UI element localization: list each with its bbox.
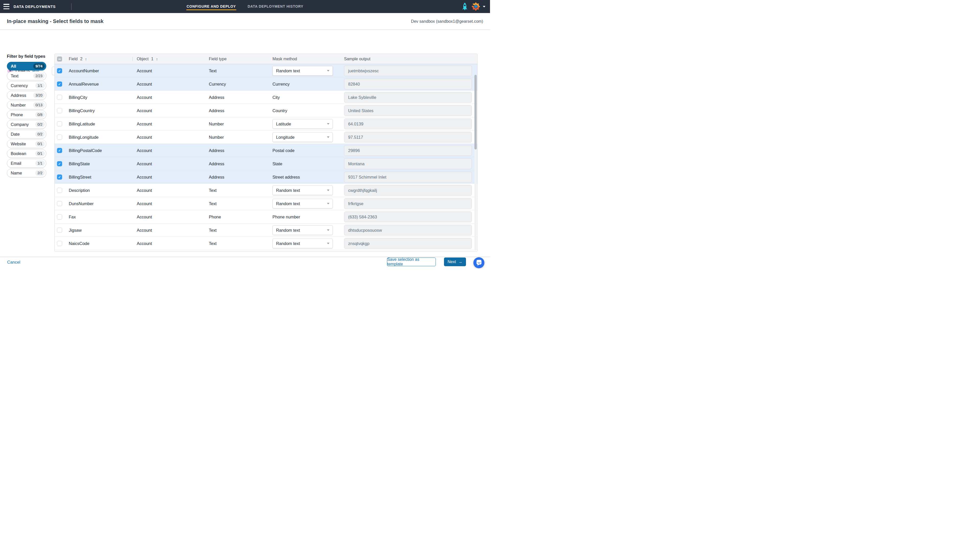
sort-order-badge: 1 — [151, 57, 153, 61]
filter-pill-address[interactable]: Address 3/20 — [7, 91, 46, 100]
mask-method-select[interactable]: Random text — [272, 186, 333, 195]
filter-pill-boolean[interactable]: Boolean 0/1 — [7, 149, 46, 158]
next-button[interactable]: Next → — [444, 257, 466, 266]
table-row[interactable]: NaicsCode Account Text Random text — [55, 237, 477, 250]
row-checkbox[interactable] — [57, 241, 62, 246]
filter-pill-date[interactable]: Date 0/2 — [7, 130, 46, 138]
chat-icon — [476, 259, 482, 266]
mask-method-label: Phone number — [272, 210, 300, 224]
chat-widget-button[interactable] — [473, 257, 484, 268]
tab-data-deployment-history[interactable]: DATA DEPLOYMENT HISTORY — [248, 0, 304, 13]
row-checkbox[interactable]: ✓ — [57, 161, 62, 166]
row-checkbox[interactable] — [57, 135, 62, 140]
mask-method-select[interactable]: Longitude — [272, 132, 333, 142]
rocket-icon[interactable] — [462, 3, 468, 11]
col-header-object[interactable]: Object — [137, 57, 148, 61]
table-row[interactable]: Fax Account Phone Phone number — [55, 210, 477, 224]
filter-count-badge: 0/2 — [35, 131, 45, 137]
object-name: Account — [137, 224, 152, 237]
sample-output-input — [344, 79, 472, 89]
arrow-right-icon: → — [458, 259, 462, 264]
row-checkbox[interactable]: ✓ — [57, 175, 62, 180]
row-checkbox[interactable] — [57, 188, 62, 193]
object-name: Account — [137, 91, 152, 104]
field-name: BillingStreet — [69, 170, 91, 184]
table-row[interactable]: Description Account Text Random text — [55, 184, 477, 197]
select-all-checkbox[interactable] — [57, 56, 62, 62]
tab-configure-and-deploy[interactable]: CONFIGURE AND DEPLOY — [186, 0, 236, 13]
filter-pill-phone[interactable]: Phone 0/8 — [7, 110, 46, 119]
field-type: Phone — [209, 210, 221, 224]
check-icon: ✓ — [58, 175, 61, 179]
row-checkbox[interactable] — [57, 108, 62, 113]
filter-count-badge: 3/20 — [33, 92, 45, 98]
sample-output-input — [344, 92, 472, 103]
mask-method-select[interactable]: Latitude — [272, 119, 333, 129]
row-checkbox[interactable] — [57, 121, 62, 127]
field-name: DunsNumber — [69, 197, 94, 210]
table-row[interactable]: BillingLatitude Account Number Latitude — [55, 117, 477, 130]
field-name: BillingCity — [69, 91, 87, 104]
app-title: DATA DEPLOYMENTS — [14, 0, 56, 13]
filter-pill-company[interactable]: Company 0/2 — [7, 120, 46, 129]
mask-method-select[interactable]: Random text — [272, 199, 333, 208]
field-name: NaicsCode — [69, 237, 89, 250]
cancel-link[interactable]: Cancel — [7, 257, 20, 267]
field-type: Text — [209, 197, 216, 210]
sample-output-input — [344, 158, 472, 169]
sample-output-input — [344, 172, 472, 183]
field-type: Number — [209, 117, 224, 130]
table-row[interactable]: ✓ BillingPostalCode Account Address Post… — [55, 144, 477, 157]
row-checkbox[interactable]: ✓ — [57, 148, 62, 153]
mask-method-select[interactable]: Random text — [272, 238, 333, 248]
table-row[interactable]: ✓ AccountNumber Account Text Random text — [55, 64, 477, 78]
filter-pill-website[interactable]: Website 0/1 — [7, 140, 46, 148]
filter-pill-currency[interactable]: Currency 1/1 — [7, 81, 46, 90]
filter-pill-all[interactable]: All 9/74 — [7, 62, 46, 70]
table-scrollbar[interactable] — [474, 75, 477, 251]
table-row[interactable]: DunsNumber Account Text Random text — [55, 197, 477, 210]
field-name: BillingLongitude — [69, 130, 99, 144]
object-name: Account — [137, 117, 152, 130]
row-checkbox[interactable] — [57, 214, 62, 219]
table-row[interactable]: BillingLongitude Account Number Longitud… — [55, 130, 477, 144]
table-row[interactable]: BillingCountry Account Address Country — [55, 104, 477, 117]
table-row[interactable]: ✓ BillingStreet Account Address Street a… — [55, 170, 477, 184]
col-header-field[interactable]: Field — [69, 57, 78, 61]
org-label: Dev sandbox (sandbox1@gearset.com) — [411, 19, 483, 24]
hamburger-menu-icon[interactable] — [3, 4, 10, 9]
row-checkbox[interactable]: ✓ — [57, 81, 62, 87]
table-row[interactable]: ✓ BillingState Account Address State — [55, 157, 477, 170]
table-row[interactable]: ✓ AnnualRevenue Account Currency Currenc… — [55, 78, 477, 91]
filter-pill-number[interactable]: Number 0/13 — [7, 101, 46, 110]
sort-asc-icon[interactable]: ↑ — [85, 57, 87, 61]
scrollbar-thumb[interactable] — [474, 75, 477, 149]
table-header-row: Field 2 ↑ Object 1 ↑ Field type Mask met… — [55, 54, 477, 64]
object-name: Account — [137, 104, 152, 117]
save-template-button[interactable]: Save selection as template — [387, 257, 436, 266]
table-row[interactable]: Jigsaw Account Text Random text — [55, 224, 477, 237]
gearset-logo-icon[interactable] — [472, 2, 480, 11]
filter-pill-text[interactable]: Text 2/23 — [7, 71, 46, 80]
chevron-down-icon[interactable] — [483, 6, 485, 7]
table-row[interactable]: BillingCity Account Address City — [55, 91, 477, 104]
row-checkbox[interactable] — [57, 228, 62, 233]
sort-asc-icon[interactable]: ↑ — [156, 57, 158, 61]
sidebar-heading: Filter by field types — [7, 54, 46, 59]
topbar-divider — [71, 3, 72, 10]
mask-method-label: Street address — [272, 170, 300, 184]
mask-method-select[interactable]: Random text — [272, 225, 333, 235]
sample-output-input — [344, 105, 472, 116]
row-checkbox[interactable]: ✓ — [57, 68, 62, 73]
field-type: Text — [209, 237, 216, 250]
fields-table: Field 2 ↑ Object 1 ↑ Field type Mask met… — [54, 54, 477, 252]
top-nav-bar: DATA DEPLOYMENTS CONFIGURE AND DEPLOY DA… — [0, 0, 490, 13]
filter-pill-name[interactable]: Name 2/2 — [7, 168, 46, 177]
page-header: In-place masking - Select fields to mask… — [0, 13, 490, 30]
row-checkbox[interactable] — [57, 201, 62, 206]
filter-pill-email[interactable]: Email 1/1 — [7, 159, 46, 168]
mask-method-label: City — [272, 91, 280, 104]
sample-output-input — [344, 238, 472, 249]
row-checkbox[interactable] — [57, 95, 62, 100]
mask-method-select[interactable]: Random text — [272, 66, 333, 76]
